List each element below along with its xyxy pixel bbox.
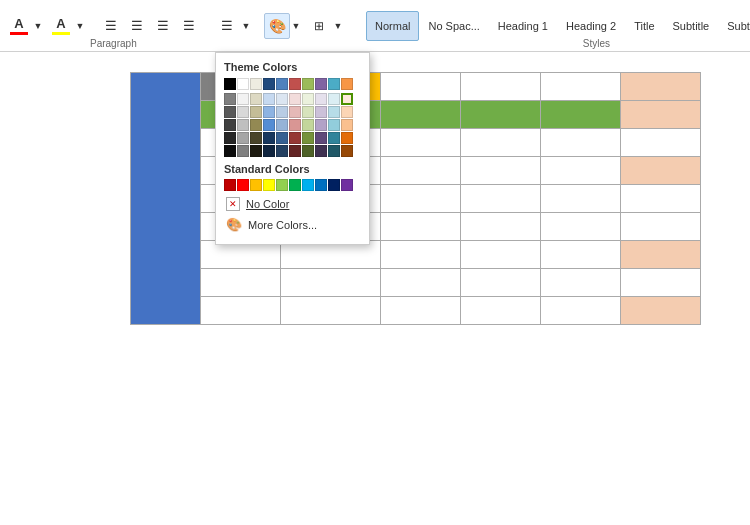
theme-shade-swatch[interactable] xyxy=(263,119,275,131)
shading-dropdown[interactable]: ▼ xyxy=(290,13,302,39)
theme-shade-swatch[interactable] xyxy=(328,119,340,131)
standard-color-swatch[interactable] xyxy=(328,179,340,191)
theme-shade-swatch[interactable] xyxy=(315,132,327,144)
theme-shade-swatch[interactable] xyxy=(250,93,262,105)
theme-color-swatch[interactable] xyxy=(276,78,288,90)
standard-color-swatch[interactable] xyxy=(276,179,288,191)
list-button[interactable]: ☰ xyxy=(214,13,240,39)
highlight-dropdown[interactable]: ▼ xyxy=(74,13,86,39)
align-left-icon: ☰ xyxy=(105,18,117,33)
theme-shade-swatch[interactable] xyxy=(237,145,249,157)
theme-shade-swatch[interactable] xyxy=(328,93,340,105)
theme-shade-swatch[interactable] xyxy=(276,119,288,131)
theme-shade-swatch[interactable] xyxy=(263,132,275,144)
theme-color-swatch[interactable] xyxy=(263,78,275,90)
align-center-icon: ☰ xyxy=(131,18,143,33)
theme-shade-swatch[interactable] xyxy=(276,132,288,144)
theme-shade-swatch[interactable] xyxy=(328,106,340,118)
theme-shade-swatch[interactable] xyxy=(315,119,327,131)
theme-shade-swatch[interactable] xyxy=(237,119,249,131)
list-dropdown[interactable]: ▼ xyxy=(240,13,252,39)
theme-color-swatch[interactable] xyxy=(302,78,314,90)
style-subtle-em[interactable]: Subtle E xyxy=(718,11,750,41)
theme-shade-swatch[interactable] xyxy=(328,145,340,157)
standard-color-swatch[interactable] xyxy=(341,179,353,191)
theme-shade-swatch[interactable] xyxy=(250,106,262,118)
theme-shade-swatch[interactable] xyxy=(224,132,236,144)
style-title[interactable]: Title xyxy=(625,11,663,41)
theme-shade-swatch[interactable] xyxy=(276,145,288,157)
theme-shade-swatch[interactable] xyxy=(237,93,249,105)
theme-shade-swatch[interactable] xyxy=(263,106,275,118)
theme-shade-swatch[interactable] xyxy=(250,132,262,144)
no-color-option[interactable]: ✕ No Color xyxy=(224,194,361,214)
theme-shade-swatch[interactable] xyxy=(224,106,236,118)
standard-color-swatch[interactable] xyxy=(289,179,301,191)
theme-shade-swatch[interactable] xyxy=(276,106,288,118)
standard-color-swatch[interactable] xyxy=(263,179,275,191)
theme-color-swatch[interactable] xyxy=(289,78,301,90)
theme-shade-column xyxy=(315,93,327,157)
theme-shade-swatch[interactable] xyxy=(302,145,314,157)
align-left-button[interactable]: ☰ xyxy=(98,13,124,39)
borders-button[interactable]: ⊞ xyxy=(306,13,332,39)
theme-shade-swatch[interactable] xyxy=(224,119,236,131)
standard-color-swatch[interactable] xyxy=(302,179,314,191)
theme-shade-swatch[interactable] xyxy=(341,106,353,118)
theme-color-swatch[interactable] xyxy=(224,78,236,90)
standard-color-swatch[interactable] xyxy=(237,179,249,191)
theme-color-swatch[interactable] xyxy=(328,78,340,90)
highlight-color-button[interactable]: A xyxy=(48,13,74,39)
more-colors-option[interactable]: 🎨 More Colors... xyxy=(224,214,361,236)
style-no-spacing[interactable]: No Spac... xyxy=(419,11,488,41)
theme-shade-swatch[interactable] xyxy=(289,106,301,118)
theme-shade-swatch[interactable] xyxy=(341,145,353,157)
theme-shade-swatch[interactable] xyxy=(341,119,353,131)
table-cell xyxy=(621,101,701,129)
table-cell xyxy=(381,297,461,325)
theme-shade-swatch[interactable] xyxy=(289,119,301,131)
borders-dropdown[interactable]: ▼ xyxy=(332,13,344,39)
theme-shade-swatch[interactable] xyxy=(224,93,236,105)
standard-color-swatch[interactable] xyxy=(315,179,327,191)
font-color-dropdown[interactable]: ▼ xyxy=(32,13,44,39)
shading-button[interactable]: 🎨 xyxy=(264,13,290,39)
theme-shade-swatch[interactable] xyxy=(263,93,275,105)
align-right-button[interactable]: ☰ xyxy=(150,13,176,39)
style-normal[interactable]: Normal xyxy=(366,11,419,41)
justify-button[interactable]: ☰ xyxy=(176,13,202,39)
table-cell xyxy=(381,101,461,129)
theme-color-swatch[interactable] xyxy=(250,78,262,90)
theme-shade-swatch[interactable] xyxy=(250,145,262,157)
theme-shade-swatch[interactable] xyxy=(224,145,236,157)
theme-shade-swatch[interactable] xyxy=(289,93,301,105)
theme-shade-swatch[interactable] xyxy=(341,93,353,105)
theme-shade-swatch[interactable] xyxy=(328,132,340,144)
style-subtitle[interactable]: Subtitle xyxy=(664,11,719,41)
theme-color-swatch[interactable] xyxy=(341,78,353,90)
theme-shade-swatch[interactable] xyxy=(237,106,249,118)
theme-shade-swatch[interactable] xyxy=(289,145,301,157)
theme-shade-swatch[interactable] xyxy=(250,119,262,131)
theme-shade-swatch[interactable] xyxy=(263,145,275,157)
theme-shade-swatch[interactable] xyxy=(315,145,327,157)
theme-shade-swatch[interactable] xyxy=(289,132,301,144)
theme-shade-swatch[interactable] xyxy=(237,132,249,144)
theme-shade-swatch[interactable] xyxy=(302,93,314,105)
theme-shade-swatch[interactable] xyxy=(302,119,314,131)
standard-color-swatch[interactable] xyxy=(250,179,262,191)
theme-shade-swatch[interactable] xyxy=(302,106,314,118)
theme-shade-swatch[interactable] xyxy=(341,132,353,144)
theme-shade-swatch[interactable] xyxy=(276,93,288,105)
style-heading1[interactable]: Heading 1 xyxy=(489,11,557,41)
theme-shade-swatch[interactable] xyxy=(315,106,327,118)
standard-color-swatch[interactable] xyxy=(224,179,236,191)
theme-shade-swatch[interactable] xyxy=(302,132,314,144)
font-color-button[interactable]: A xyxy=(6,13,32,39)
align-center-button[interactable]: ☰ xyxy=(124,13,150,39)
borders-icon: ⊞ xyxy=(314,19,324,33)
theme-shade-swatch[interactable] xyxy=(315,93,327,105)
theme-color-swatch[interactable] xyxy=(315,78,327,90)
style-heading2[interactable]: Heading 2 xyxy=(557,11,625,41)
theme-color-swatch[interactable] xyxy=(237,78,249,90)
